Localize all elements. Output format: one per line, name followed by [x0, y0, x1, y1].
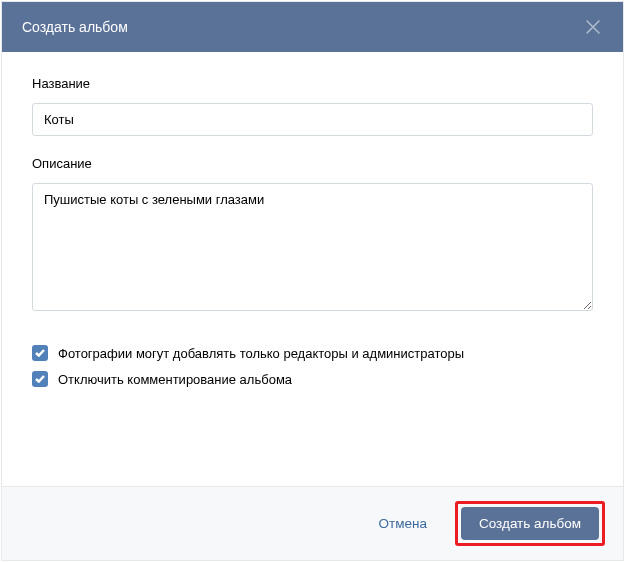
checkmark-icon: [35, 375, 45, 383]
description-label: Описание: [32, 156, 593, 171]
name-label: Название: [32, 76, 593, 91]
cancel-button[interactable]: Отмена: [365, 508, 441, 539]
create-album-button[interactable]: Создать альбом: [461, 507, 599, 540]
description-group: Описание: [32, 156, 593, 315]
checkbox-label: Отключить комментирование альбома: [58, 372, 292, 387]
modal-title: Создать альбом: [22, 19, 128, 35]
checkbox-label: Фотографии могут добавлять только редакт…: [58, 346, 464, 361]
modal-footer: Отмена Создать альбом: [2, 486, 623, 560]
modal-header: Создать альбом: [2, 2, 623, 52]
checkbox-box: [32, 345, 48, 361]
checkbox-disable-comments[interactable]: Отключить комментирование альбома: [32, 371, 593, 387]
checkbox-editors-only[interactable]: Фотографии могут добавлять только редакт…: [32, 345, 593, 361]
close-icon: [586, 20, 600, 34]
description-textarea[interactable]: [32, 183, 593, 311]
close-button[interactable]: [583, 17, 603, 37]
create-album-modal: Создать альбом Название Описание Фотогра…: [1, 1, 624, 561]
name-group: Название: [32, 76, 593, 136]
name-input[interactable]: [32, 103, 593, 136]
modal-body: Название Описание Фотографии могут добав…: [2, 52, 623, 486]
checkboxes-section: Фотографии могут добавлять только редакт…: [32, 345, 593, 387]
checkmark-icon: [35, 349, 45, 357]
submit-highlight: Создать альбом: [455, 501, 605, 546]
checkbox-box: [32, 371, 48, 387]
